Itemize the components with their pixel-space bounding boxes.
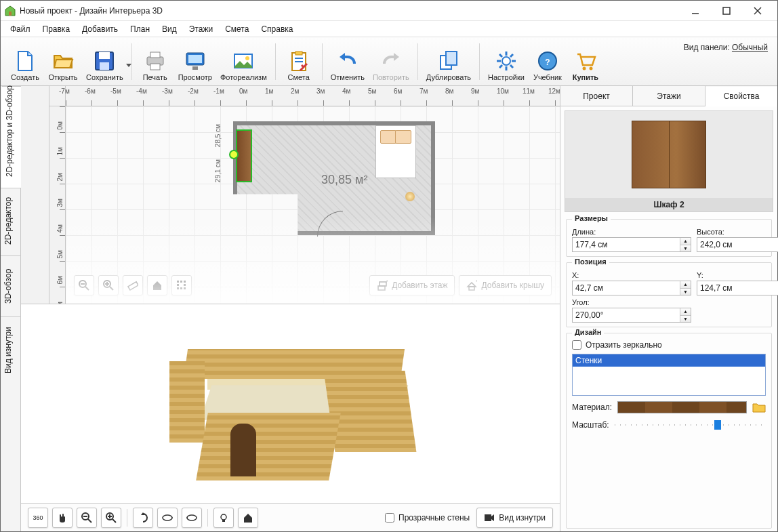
tab-project[interactable]: Проект	[560, 86, 633, 106]
undo-button[interactable]: Отменить	[327, 41, 369, 83]
svg-marker-9	[126, 64, 131, 67]
ruler-horizontal: -7м-6м-5м-4м-3м-2м-1м0м1м2м3м4м5м6м7м8м9…	[66, 86, 560, 106]
tab-2d-3d[interactable]: 2D-редактор и 3D-обзор	[1, 86, 21, 188]
transparent-walls-input[interactable]	[385, 513, 394, 523]
length-input[interactable]: ▲▼	[572, 237, 691, 252]
zoom-in-2d[interactable]	[98, 275, 119, 295]
buy-button[interactable]: Купить	[567, 41, 605, 83]
tab-floors[interactable]: Этажи	[633, 86, 705, 106]
preview-button[interactable]: Просмотр	[174, 41, 216, 83]
slider-thumb[interactable]	[714, 420, 721, 430]
add-floor-icon: +	[377, 280, 388, 291]
svg-rect-54	[184, 287, 186, 289]
manual-button[interactable]: ? Учебник	[529, 41, 567, 83]
zoom-in-3d[interactable]	[101, 508, 121, 528]
group-label: Дизайн	[572, 328, 604, 336]
light-object[interactable]	[405, 192, 415, 201]
pan-button[interactable]	[52, 508, 73, 528]
body: 2D-редактор и 3D-обзор 2D-редактор 3D-об…	[1, 86, 777, 531]
menu-floors[interactable]: Этажи	[184, 23, 218, 35]
zoom-out-2d[interactable]	[74, 275, 94, 295]
menu-file[interactable]: Файл	[5, 23, 36, 35]
ruler-handle[interactable]	[21, 86, 49, 304]
orbit-icon	[162, 512, 173, 523]
svg-point-70	[187, 515, 197, 520]
snap-button[interactable]	[171, 275, 192, 295]
group-position: Позиция X: ▲▼ Y: ▲▼ Высота над полом: ▲▼…	[566, 262, 772, 327]
pane-3d[interactable]: 360 Прозрачные стены	[21, 304, 560, 531]
estimate-button[interactable]: Смета	[280, 41, 318, 83]
rotate-360-button[interactable]: 360	[28, 508, 48, 528]
photoreal-button[interactable]: Фотореализм	[216, 41, 271, 83]
duplicate-button[interactable]: Дублировать	[422, 41, 475, 83]
menu-edit[interactable]: Правка	[37, 23, 76, 35]
maximize-button[interactable]	[711, 1, 742, 21]
redo-button[interactable]: Повторить	[369, 41, 413, 83]
spin-down-icon[interactable]: ▼	[680, 245, 691, 252]
y-input[interactable]: ▲▼	[697, 281, 778, 295]
tab-properties[interactable]: Свойства	[705, 87, 777, 106]
menu-estimate[interactable]: Смета	[220, 23, 254, 35]
tab-inside[interactable]: Вид изнутри	[1, 316, 20, 384]
lighting-button[interactable]	[213, 508, 234, 528]
rotation-handle[interactable]	[229, 150, 239, 159]
height-input[interactable]: ▲▼	[697, 237, 778, 252]
menu-view[interactable]: Вид	[157, 23, 182, 35]
measure-button[interactable]	[123, 275, 143, 295]
orbit-button[interactable]	[157, 508, 178, 528]
menu-help[interactable]: Справка	[255, 23, 298, 35]
svg-rect-15	[192, 66, 198, 70]
duplicate-icon	[438, 50, 459, 72]
camera-icon	[484, 514, 495, 522]
app-window: Новый проект - Дизайн Интерьера 3D Файл …	[0, 0, 778, 532]
save-button[interactable]: Сохранить	[82, 41, 127, 83]
add-roof-button[interactable]: + Добавить крышу	[459, 275, 552, 295]
x-input[interactable]: ▲▼	[572, 281, 691, 295]
open-button[interactable]: Открыть	[44, 41, 82, 83]
menu-plan[interactable]: План	[125, 23, 155, 35]
tab-3d[interactable]: 3D-обзор	[1, 255, 20, 316]
create-button[interactable]: Создать	[6, 41, 44, 83]
svg-text:+: +	[386, 280, 388, 286]
tilt-button[interactable]	[133, 508, 153, 528]
home-2d-button[interactable]	[147, 275, 167, 295]
home-icon	[152, 280, 163, 291]
parts-listbox[interactable]: Стенки	[572, 354, 766, 396]
bed-object[interactable]	[375, 125, 416, 178]
home-3d-button[interactable]	[238, 508, 258, 528]
material-swatch[interactable]	[617, 401, 747, 413]
inside-view-button[interactable]: Вид изнутри	[476, 508, 553, 528]
save-dropdown-icon[interactable]	[126, 64, 131, 69]
settings-button[interactable]: Настройки	[484, 41, 529, 83]
svg-line-43	[110, 287, 113, 290]
monitor-icon	[184, 50, 206, 72]
add-floor-button[interactable]: + Добавить этаж	[369, 275, 455, 295]
mirror-input[interactable]	[572, 340, 581, 350]
pane-2d[interactable]: -7м-6м-5м-4м-3м-2м-1м0м1м2м3м4м5м6м7м8м9…	[21, 86, 560, 304]
print-button[interactable]: Печать	[136, 41, 174, 83]
minimize-button[interactable]	[680, 1, 711, 21]
menu-add[interactable]: Добавить	[77, 23, 123, 35]
transparent-walls-checkbox[interactable]: Прозрачные стены	[385, 513, 470, 523]
zoom-out-3d[interactable]	[77, 508, 97, 528]
mirror-checkbox[interactable]: Отразить зеркально	[572, 340, 766, 350]
scale-slider[interactable]	[615, 419, 766, 431]
svg-rect-52	[177, 287, 179, 289]
panel-mode-link[interactable]: Обычный	[732, 43, 768, 52]
room-area-label: 30,85 м²	[321, 173, 367, 187]
angle-input[interactable]: ▲▼	[572, 308, 691, 323]
floor-plan[interactable]: 30,85 м² 28,5 см 29,1 см	[233, 121, 435, 235]
svg-rect-58	[469, 287, 474, 290]
orbit-reverse-icon	[186, 512, 197, 523]
svg-rect-19	[295, 52, 302, 55]
cart-icon	[575, 50, 596, 72]
close-button[interactable]	[742, 1, 773, 21]
browse-material-button[interactable]	[752, 402, 766, 413]
orbit-reverse-button[interactable]	[182, 508, 202, 528]
material-label: Материал:	[572, 403, 612, 412]
spin-up-icon[interactable]: ▲	[680, 238, 691, 245]
tab-2d[interactable]: 2D-редактор	[1, 188, 20, 255]
list-item[interactable]: Стенки	[573, 354, 765, 367]
x-label: X:	[572, 271, 691, 279]
house-3d[interactable]	[165, 337, 416, 499]
